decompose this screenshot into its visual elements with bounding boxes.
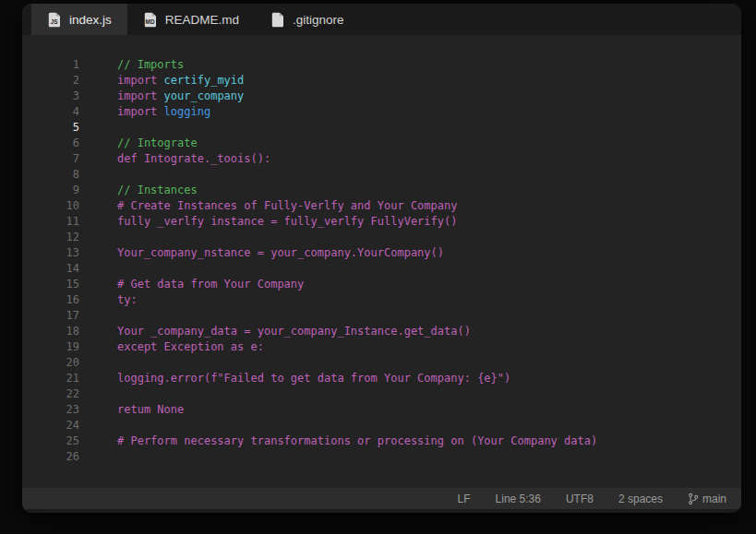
tab-gitignore[interactable]: .gitignore [255, 4, 360, 35]
line-number: 8 [22, 167, 79, 183]
line-number: 6 [22, 136, 79, 151]
line-number: 17 [22, 308, 79, 324]
code-line-11[interactable]: 11fully _verlfy instance = fully_verlfy … [22, 214, 741, 230]
code-line-18[interactable]: 18Your _company_data = your_company_Inst… [22, 324, 741, 339]
line-number: 4 [22, 104, 79, 120]
status-label: 2 spaces [618, 492, 663, 505]
code-text: fully _verlfy instance = fully_verlfy Fu… [79, 214, 457, 230]
status-encoding[interactable]: UTF8 [566, 492, 594, 505]
code-text: except Exception as e: [79, 339, 264, 355]
tab-label: README.md [165, 13, 239, 27]
code-line-8[interactable]: 8 [22, 167, 741, 183]
tab-bar: JSindex.jsMDREADME.md.gitignore [22, 4, 741, 35]
code-text: // Intograte [79, 136, 198, 151]
token-magenta: retum None [117, 403, 184, 416]
token-magenta: # Create Instances of Fully-Verlfy and Y… [117, 199, 457, 212]
line-number: 5 [22, 120, 79, 136]
code-line-26[interactable]: 26 [22, 449, 741, 465]
code-text: # Perform necessary transformations or p… [79, 433, 597, 449]
code-line-17[interactable]: 17 [22, 308, 741, 324]
line-number: 14 [22, 261, 79, 277]
status-eol-indicator[interactable]: LF [458, 492, 471, 505]
window-bottom-edge [22, 509, 741, 513]
status-label: main [702, 492, 726, 505]
code-line-9[interactable]: 9// Instances [22, 183, 741, 198]
code-text: def Intograte._toois(): [79, 151, 270, 167]
code-line-4[interactable]: 4import logging [22, 104, 741, 120]
tab-index-js[interactable]: JSindex.js [31, 4, 127, 35]
token-magenta: # Get data from Your Company [117, 278, 304, 291]
svg-text:MD: MD [145, 18, 154, 25]
line-number: 26 [22, 449, 79, 465]
code-text: import your_company [79, 89, 244, 104]
token-magenta: Your_company_nstance = your_company.Your… [117, 246, 444, 259]
line-number: 20 [22, 355, 79, 371]
code-line-7[interactable]: 7def Intograte._toois(): [22, 151, 741, 167]
line-number: 24 [22, 418, 79, 433]
code-text: // Instances [79, 183, 198, 198]
code-line-24[interactable]: 24 [22, 418, 741, 433]
token-keyword: import [117, 74, 164, 87]
code-line-10[interactable]: 10# Create Instances of Fully-Verlfy and… [22, 198, 741, 214]
code-line-5[interactable]: 5 [22, 120, 741, 136]
code-text: Your _company_data = your_company_Instan… [79, 324, 471, 339]
code-text [79, 120, 117, 136]
tab-README-md[interactable]: MDREADME.md [127, 4, 255, 35]
token-magenta: def Intograte._toois(): [117, 152, 270, 165]
status-label: UTF8 [566, 492, 594, 505]
token-magenta: fully _verlfy instance = fully_verlfy Fu… [117, 215, 457, 228]
code-text: # Create Instances of Fully-Verlfy and Y… [79, 198, 457, 214]
code-line-20[interactable]: 20 [22, 355, 741, 371]
token-keyword: import [117, 89, 164, 102]
line-number: 15 [22, 277, 79, 292]
code-line-12[interactable]: 12 [22, 230, 741, 245]
line-number: 7 [22, 151, 79, 167]
code-text: retum None [79, 402, 184, 418]
line-number: 25 [22, 433, 79, 449]
line-number: 3 [22, 89, 79, 104]
code-text: logging.error(f"Failed to get data from … [79, 371, 510, 386]
tab-label: index.js [69, 13, 112, 27]
token-comment: // Instances [117, 184, 198, 196]
status-git-branch[interactable]: main [688, 492, 726, 505]
code-text: // Imports [79, 57, 184, 73]
status-bar: LFLine 5:36UTF82 spacesmain [22, 488, 741, 509]
code-line-25[interactable]: 25# Perform necessary transformations or… [22, 433, 741, 449]
line-number: 21 [22, 371, 79, 386]
line-number: 12 [22, 230, 79, 245]
git-branch-icon [688, 492, 699, 505]
code-line-21[interactable]: 21logging.error(f"Failed to get data fro… [22, 371, 741, 386]
code-line-13[interactable]: 13Your_company_nstance = your_company.Yo… [22, 245, 741, 261]
code-line-23[interactable]: 23retum None [22, 402, 741, 418]
code-text [79, 355, 117, 371]
code-line-2[interactable]: 2import certify_myid [22, 73, 741, 89]
file-icon [270, 12, 285, 28]
line-number: 1 [22, 57, 79, 73]
code-text: Your_company_nstance = your_company.Your… [79, 245, 444, 261]
code-line-22[interactable]: 22 [22, 386, 741, 402]
code-line-1[interactable]: 1// Imports [22, 57, 741, 73]
token-magenta: # Perform necessary transformations or p… [117, 434, 597, 447]
code-line-6[interactable]: 6// Intograte [22, 136, 741, 151]
status-label: LF [458, 492, 471, 505]
code-line-15[interactable]: 15# Get data from Your Company [22, 277, 741, 292]
code-line-3[interactable]: 3import your_company [22, 89, 741, 104]
code-text [79, 449, 117, 465]
code-text [79, 308, 117, 324]
line-number: 10 [22, 198, 79, 214]
tab-label: .gitignore [293, 13, 344, 27]
svg-text:JS: JS [51, 18, 59, 25]
line-number: 19 [22, 339, 79, 355]
code-line-19[interactable]: 19except Exception as e: [22, 339, 741, 355]
status-label: Line 5:36 [496, 492, 541, 505]
code-text [79, 167, 117, 183]
token-blue: logging [164, 105, 211, 118]
line-number: 18 [22, 324, 79, 339]
code-editor[interactable]: 1// Imports2import certify_myid3import y… [22, 35, 741, 488]
code-line-14[interactable]: 14 [22, 261, 741, 277]
token-magenta: logging.error(f"Failed to get data from … [117, 372, 510, 385]
code-line-16[interactable]: 16ty: [22, 292, 741, 308]
status-cursor-position[interactable]: Line 5:36 [496, 492, 541, 505]
token-magenta: Your _company_data = your_company_Instan… [117, 325, 471, 338]
status-indentation[interactable]: 2 spaces [618, 492, 663, 505]
